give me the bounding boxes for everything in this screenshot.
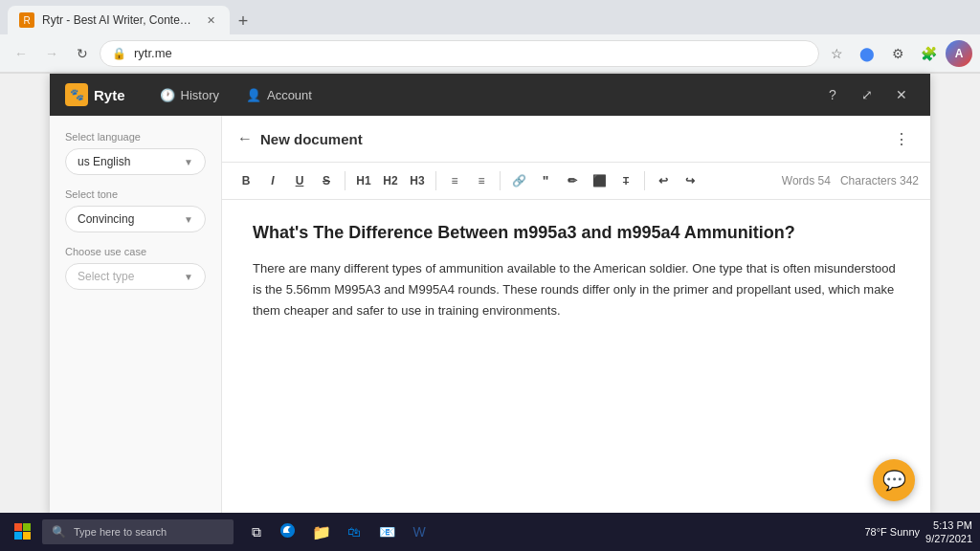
h3-button[interactable]: H3 xyxy=(405,168,430,193)
taskbar: 🔍 Type here to search ⧉ 📁 🛍 📧 W 78°F Sun… xyxy=(0,513,980,551)
bullet-list-button[interactable]: ≡ xyxy=(442,168,467,193)
strikethrough-button[interactable]: S xyxy=(314,168,339,193)
clock-date: 9/27/2021 xyxy=(925,532,972,545)
toolbar-divider-4 xyxy=(644,171,645,190)
new-tab-button[interactable]: + xyxy=(230,8,256,34)
use-case-chevron-icon: ▼ xyxy=(184,272,193,282)
italic-button[interactable]: I xyxy=(260,168,285,193)
reload-button[interactable]: ↻ xyxy=(69,40,96,67)
bookmark-button[interactable]: ☆ xyxy=(823,40,850,67)
doc-header: ← New document ⋮ xyxy=(222,116,930,163)
back-button[interactable]: ← xyxy=(8,40,34,67)
highlight-button[interactable]: ✏ xyxy=(560,168,585,193)
clear-format-button[interactable]: T xyxy=(613,168,638,193)
bold-button[interactable]: B xyxy=(234,168,258,193)
chat-bubble-icon: 💬 xyxy=(882,469,906,492)
browser-chrome: R Rytr - Best AI Writer, Content G... ✕ … xyxy=(0,0,980,74)
use-case-label: Choose use case xyxy=(65,246,206,257)
nav-history-label: History xyxy=(181,88,219,102)
toolbar-divider-1 xyxy=(345,171,345,190)
app-header: 🐾 Ryte 🕐 History 👤 Account ? ⤢ ✕ xyxy=(50,74,930,116)
language-dropdown[interactable]: us English ▼ xyxy=(65,148,206,175)
address-bar[interactable]: 🔒 rytr.me xyxy=(100,40,819,67)
tab-label: Rytr - Best AI Writer, Content G... xyxy=(42,13,195,27)
search-icon: 🔍 xyxy=(52,525,66,539)
open-external-button[interactable]: ⤢ xyxy=(854,81,880,108)
use-case-section: Choose use case Select type ▼ xyxy=(65,246,206,290)
document-menu-button[interactable]: ⋮ xyxy=(888,125,915,152)
lock-icon: 🔒 xyxy=(112,47,126,60)
word-char-count: Words 54 Characters 342 xyxy=(782,174,919,187)
account-icon: 👤 xyxy=(246,88,261,102)
taskbar-explorer[interactable]: 📁 xyxy=(306,517,337,547)
svg-rect-1 xyxy=(23,523,31,531)
nav-history[interactable]: 🕐 History xyxy=(148,82,231,108)
profile-avatar[interactable]: A xyxy=(946,40,972,67)
tone-value: Convincing xyxy=(78,212,134,226)
help-button[interactable]: ? xyxy=(819,81,846,108)
link-button[interactable]: 🔗 xyxy=(506,168,531,193)
extension-button-1[interactable]: ⬤ xyxy=(854,40,880,67)
start-button[interactable] xyxy=(8,517,38,547)
toolbar-divider-3 xyxy=(500,171,501,190)
document-content-title: What's The Difference Between m995a3 and… xyxy=(253,223,900,243)
document-title: New document xyxy=(260,131,880,147)
svg-rect-0 xyxy=(14,523,22,531)
char-count-label: Characters 342 xyxy=(840,174,919,187)
forward-button[interactable]: → xyxy=(38,40,65,67)
history-icon: 🕐 xyxy=(160,88,175,102)
extension-button-2[interactable]: ⚙ xyxy=(884,40,911,67)
nav-account-label: Account xyxy=(267,88,312,102)
browser-tab-active[interactable]: R Rytr - Best AI Writer, Content G... ✕ xyxy=(8,6,230,34)
back-document-button[interactable]: ← xyxy=(237,130,253,147)
system-tray: 78°F Sunny xyxy=(864,526,920,538)
svg-rect-3 xyxy=(23,532,31,540)
use-case-dropdown[interactable]: Select type ▼ xyxy=(65,263,206,290)
h1-button[interactable]: H1 xyxy=(351,168,376,193)
tone-section: Select tone Convincing ▼ xyxy=(65,188,206,232)
language-chevron-icon: ▼ xyxy=(184,157,193,167)
app-logo: 🐾 Ryte xyxy=(65,83,125,106)
language-value: us English xyxy=(78,155,130,168)
taskbar-apps: ⧉ 📁 🛍 📧 W xyxy=(241,517,434,547)
close-app-button[interactable]: ✕ xyxy=(888,81,915,108)
clock-time: 5:13 PM xyxy=(925,518,972,532)
language-label: Select language xyxy=(65,131,206,143)
language-section: Select language us English ▼ xyxy=(65,131,206,175)
taskbar-right: 78°F Sunny 5:13 PM 9/27/2021 xyxy=(864,518,972,546)
color-button[interactable]: ⬛ xyxy=(587,168,612,193)
browser-toolbar-icons: ☆ ⬤ ⚙ 🧩 A xyxy=(823,40,972,67)
editor-area[interactable]: What's The Difference Between m995a3 and… xyxy=(222,200,930,514)
redo-button[interactable]: ↪ xyxy=(678,168,702,193)
chat-bubble-button[interactable]: 💬 xyxy=(873,459,915,501)
taskbar-store[interactable]: 🛍 xyxy=(339,517,369,547)
use-case-placeholder: Select type xyxy=(78,270,134,283)
clock: 5:13 PM 9/27/2021 xyxy=(925,518,972,546)
taskbar-edge[interactable] xyxy=(274,517,304,547)
taskbar-search[interactable]: 🔍 Type here to search xyxy=(42,519,234,544)
taskbar-search-text: Type here to search xyxy=(74,526,167,538)
taskbar-word[interactable]: W xyxy=(404,517,434,547)
tone-dropdown[interactable]: Convincing ▼ xyxy=(65,206,206,232)
ordered-list-button[interactable]: ≡ xyxy=(469,168,494,193)
editor-toolbar: B I U S H1 H2 H3 ≡ ≡ 🔗 " ✏ ⬛ T ↩ ↪ xyxy=(222,163,930,200)
url-text: rytr.me xyxy=(134,46,172,60)
extensions-button[interactable]: 🧩 xyxy=(915,40,942,67)
undo-button[interactable]: ↩ xyxy=(651,168,676,193)
edge-icon xyxy=(280,523,298,540)
app-body: Select language us English ▼ Select tone… xyxy=(50,116,930,514)
taskbar-outlook[interactable]: 📧 xyxy=(371,517,402,547)
tone-chevron-icon: ▼ xyxy=(184,214,193,225)
logo-icon: 🐾 xyxy=(65,83,88,106)
weather-text: 78°F Sunny xyxy=(864,526,920,538)
quote-button[interactable]: " xyxy=(533,168,558,193)
app-nav: 🕐 History 👤 Account xyxy=(148,82,323,108)
h2-button[interactable]: H2 xyxy=(378,168,403,193)
taskbar-task-view[interactable]: ⧉ xyxy=(241,517,272,547)
underline-button[interactable]: U xyxy=(287,168,312,193)
nav-account[interactable]: 👤 Account xyxy=(234,82,323,108)
svg-rect-2 xyxy=(14,532,22,540)
browser-toolbar: ← → ↻ 🔒 rytr.me ☆ ⬤ ⚙ 🧩 A xyxy=(0,34,980,73)
sidebar: Select language us English ▼ Select tone… xyxy=(50,116,222,514)
tab-close-button[interactable]: ✕ xyxy=(203,12,218,28)
